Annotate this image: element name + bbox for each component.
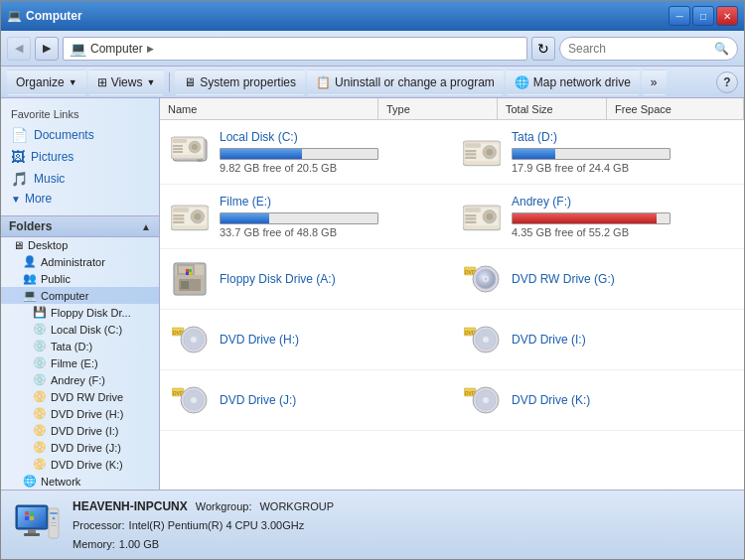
svg-point-32: [486, 213, 493, 220]
dvd-j-label: DVD Drive (J:): [220, 393, 296, 407]
svg-rect-82: [25, 511, 29, 515]
dvd-h-label: DVD Drive (H:): [51, 408, 123, 420]
drive-dvd-j[interactable]: DVD DVD Drive (J:): [160, 370, 452, 431]
svg-rect-26: [173, 214, 184, 216]
drive-filme-e[interactable]: Filme (E:) 33.7 GB free of 48.8 GB: [160, 185, 452, 249]
help-button[interactable]: ?: [716, 71, 738, 93]
folders-chevron-icon: ▲: [141, 221, 151, 232]
views-button[interactable]: ⊞ Views ▼: [88, 70, 165, 95]
drive-local-c[interactable]: HDD Local Disk (C:: [160, 120, 452, 185]
system-properties-label: System properties: [200, 75, 296, 89]
svg-rect-35: [465, 217, 476, 219]
drive-img-dvd-k: DVD: [462, 380, 502, 420]
address-arrow: ▶: [147, 44, 154, 54]
sidebar-item-documents[interactable]: 📄 Documents: [1, 124, 159, 146]
drive-info-andrey-f: Andrey (F:) 4.35 GB free of 55.2 GB: [512, 195, 734, 238]
tree-item-dvd-h[interactable]: 📀 DVD Drive (H:): [1, 405, 159, 422]
window-icon: 💻: [7, 9, 22, 23]
local-c-icon: 💿: [33, 323, 47, 336]
drive-dvdrw-g[interactable]: DVD: [452, 249, 744, 310]
drive-floppy-a[interactable]: Floppy Disk Drive (A:): [160, 249, 452, 310]
tree-item-floppy[interactable]: 💾 Floppy Disk Dr...: [1, 304, 159, 321]
music-label: Music: [34, 172, 65, 186]
favorite-links-title: Favorite Links: [1, 106, 159, 124]
drive-img-dvdrw: DVD: [462, 259, 502, 299]
desktop-label: Desktop: [28, 239, 68, 251]
col-header-total-size[interactable]: Total Size: [498, 98, 607, 119]
uninstall-label: Uninstall or change a program: [335, 75, 495, 89]
minimize-button[interactable]: ─: [669, 6, 690, 26]
tree-item-desktop[interactable]: 🖥 Desktop: [1, 237, 159, 253]
workgroup-value: WORKGROUP: [259, 497, 334, 516]
window-title: Computer: [26, 9, 82, 23]
organize-label: Organize: [16, 75, 65, 89]
col-header-name[interactable]: Name: [160, 98, 378, 119]
tree-item-computer[interactable]: 💻 Computer: [1, 287, 159, 304]
tree-item-network[interactable]: 🌐 Network: [1, 473, 159, 490]
uninstall-button[interactable]: 📋 Uninstall or change a program: [307, 70, 504, 95]
search-box[interactable]: 🔍: [559, 37, 738, 61]
public-label: Public: [41, 273, 71, 285]
col-header-type[interactable]: Type: [378, 98, 498, 119]
organize-button[interactable]: Organize ▼: [7, 70, 86, 95]
drive-dvd-i[interactable]: DVD DVD Drive (I:): [452, 310, 744, 370]
address-field[interactable]: 💻 Computer ▶: [63, 37, 527, 61]
progress-bar-andrey-f: [512, 212, 670, 224]
hdd-icon-f: [463, 196, 501, 233]
svg-rect-49: [186, 269, 189, 272]
search-input[interactable]: [568, 42, 710, 56]
drive-andrey-f[interactable]: Andrey (F:) 4.35 GB free of 55.2 GB: [452, 185, 744, 249]
col-header-free-space[interactable]: Free Space: [607, 98, 744, 119]
tree-item-filme-e[interactable]: 💿 Filme (E:): [1, 354, 159, 371]
tree-item-dvdrw-g[interactable]: 📀 DVD RW Drive: [1, 388, 159, 405]
drive-name-tata-d: Tata (D:): [512, 130, 734, 144]
folders-header[interactable]: Folders ▲: [1, 215, 159, 237]
maximize-button[interactable]: □: [692, 6, 714, 26]
main-content: Favorite Links 📄 Documents 🖼 Pictures 🎵 …: [1, 98, 744, 490]
more-toolbar-button[interactable]: »: [642, 70, 667, 95]
more-link[interactable]: ▼ More: [1, 190, 159, 208]
desktop-icon: 🖥: [13, 239, 24, 251]
svg-rect-34: [465, 214, 476, 216]
tree-item-andrey-f[interactable]: 💿 Andrey (F:): [1, 371, 159, 388]
administrator-label: Administrator: [41, 256, 105, 268]
tree-item-dvd-j[interactable]: 📀 DVD Drive (J:): [1, 439, 159, 456]
drive-name-andrey-f: Andrey (F:): [512, 195, 734, 209]
hard-drives-grid: HDD Local Disk (C:: [160, 120, 744, 249]
sidebar-item-music[interactable]: 🎵 Music: [1, 168, 159, 190]
svg-rect-10: [173, 145, 183, 147]
titlebar-controls: ─ □ ✕: [669, 6, 738, 26]
tata-d-icon: 💿: [33, 340, 47, 352]
sidebar-item-pictures[interactable]: 🖼 Pictures: [1, 146, 159, 168]
tree-item-public[interactable]: 👥 Public: [1, 270, 159, 287]
statusbar: HEAVENH-INPCUNX Workgroup: WORKGROUP Pro…: [1, 490, 744, 559]
svg-point-73: [191, 397, 197, 403]
computer-tree-icon: 💻: [23, 289, 37, 302]
svg-point-24: [194, 213, 201, 220]
system-properties-button[interactable]: 🖥 System properties: [175, 70, 305, 95]
drive-img-floppy: [170, 259, 210, 299]
map-drive-button[interactable]: 🌐 Map network drive: [506, 70, 640, 95]
dvd-i-label: DVD Drive (I:): [512, 333, 586, 347]
processor-value: Intel(R) Pentium(R) 4 CPU 3.00GHz: [129, 516, 305, 535]
forward-button[interactable]: ▶: [35, 37, 59, 61]
floppy-icon: [172, 261, 208, 297]
tree-item-local-c[interactable]: 💿 Local Disk (C:): [1, 321, 159, 338]
progress-fill-local-c: [221, 149, 302, 159]
drive-dvd-k[interactable]: DVD DVD Drive (K:): [452, 370, 744, 431]
dvd-i-icon: DVD: [464, 322, 500, 357]
back-button[interactable]: ◀: [7, 37, 31, 61]
more-arrow-icon: ▼: [11, 194, 21, 205]
computer-name: HEAVENH-INPCUNX: [73, 496, 188, 516]
drive-space-filme-e: 33.7 GB free of 48.8 GB: [220, 226, 442, 238]
drive-tata-d[interactable]: Tata (D:) 17.9 GB free of 24.4 GB: [452, 120, 744, 185]
tree-item-tata-d[interactable]: 💿 Tata (D:): [1, 338, 159, 354]
drive-dvd-h[interactable]: DVD DVD Drive (H:): [160, 310, 452, 370]
tree-item-dvd-i[interactable]: 📀 DVD Drive (I:): [1, 422, 159, 439]
tree-item-dvd-k[interactable]: 📀 DVD Drive (K:): [1, 456, 159, 473]
tree-item-administrator[interactable]: 👤 Administrator: [1, 253, 159, 270]
public-icon: 👥: [23, 272, 37, 285]
close-button[interactable]: ✕: [716, 6, 738, 26]
refresh-button[interactable]: ↻: [531, 37, 555, 61]
floppy-a-label: Floppy Disk Drive (A:): [220, 272, 336, 286]
